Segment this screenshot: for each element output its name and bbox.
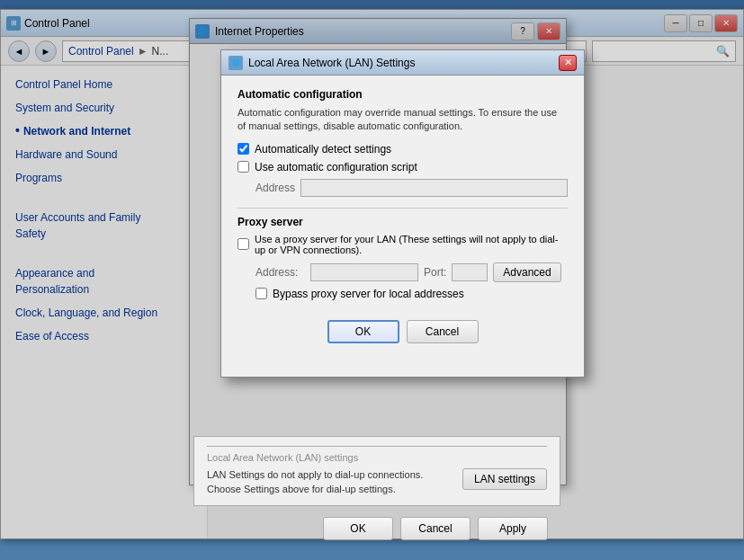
- sidebar-item-appearance[interactable]: Appearance and Personalization: [1, 245, 207, 301]
- inet-title-left: 🌐 Internet Properties: [195, 24, 304, 39]
- address-row: Address: [255, 179, 568, 197]
- lan-settings-section: Local Area Network (LAN) settings LAN se…: [193, 436, 560, 506]
- inet-icon: 🌐: [195, 24, 210, 39]
- ok-button[interactable]: OK: [327, 320, 399, 343]
- search-box: 🔍: [592, 40, 736, 62]
- inet-bottom-buttons: OK Cancel Apply: [193, 517, 560, 540]
- search-input[interactable]: [598, 46, 715, 57]
- forward-button[interactable]: ►: [35, 40, 57, 62]
- lan-title-left: 🌐 Local Area Network (LAN) Settings: [229, 56, 415, 70]
- proxy-address-input[interactable]: [310, 263, 418, 281]
- lan-group-title: Local Area Network (LAN) settings: [207, 452, 358, 463]
- breadcrumb-current: N...: [152, 45, 169, 58]
- dialog-buttons: OK Cancel: [238, 313, 568, 351]
- auto-config-desc: Automatic configuration may override man…: [238, 106, 568, 134]
- cp-sidebar: Control Panel Home System and Security •…: [1, 66, 208, 538]
- inet-help-button[interactable]: ?: [511, 22, 534, 40]
- lan-icon: 🌐: [229, 56, 243, 70]
- bypass-label: Bypass proxy server for local addresses: [273, 288, 464, 300]
- inet-ok-button[interactable]: OK: [323, 517, 393, 540]
- maximize-button[interactable]: □: [689, 14, 713, 32]
- sidebar-label: Appearance and Personalization: [15, 267, 94, 296]
- auto-config-title: Automatic configuration: [238, 88, 568, 101]
- bullet-icon: •: [15, 123, 20, 138]
- divider: [238, 208, 568, 209]
- advanced-button[interactable]: Advanced: [493, 262, 560, 282]
- inet-apply-button[interactable]: Apply: [478, 517, 548, 540]
- cp-title-left: ⊞ Control Panel: [6, 16, 90, 31]
- use-proxy-label: Use a proxy server for your LAN (These s…: [255, 234, 568, 255]
- cancel-button[interactable]: Cancel: [407, 320, 479, 343]
- use-proxy-row: Use a proxy server for your LAN (These s…: [238, 234, 568, 255]
- sidebar-item-hardware-sound[interactable]: Hardware and Sound: [1, 143, 207, 166]
- sidebar-label: System and Security: [15, 102, 114, 114]
- sidebar-label: Ease of Access: [15, 330, 89, 342]
- proxy-section: Proxy server Use a proxy server for your…: [238, 216, 568, 300]
- inet-cancel-button[interactable]: Cancel: [400, 517, 471, 540]
- lan-settings-button[interactable]: LAN settings: [462, 468, 547, 490]
- cp-icon: ⊞: [6, 16, 21, 31]
- inet-titlebar: 🌐 Internet Properties ? ✕: [190, 19, 566, 44]
- sidebar-item-system-security[interactable]: System and Security: [1, 96, 207, 120]
- bypass-checkbox[interactable]: [255, 288, 267, 299]
- sidebar-label: Hardware and Sound: [15, 148, 117, 161]
- back-button[interactable]: ◄: [8, 40, 30, 62]
- sidebar-label: Programs: [15, 172, 62, 184]
- search-icon: 🔍: [716, 45, 730, 58]
- auto-detect-checkbox[interactable]: [238, 143, 249, 155]
- sidebar-label: Clock, Language, and Region: [15, 307, 157, 319]
- close-button[interactable]: ✕: [714, 14, 738, 32]
- sidebar-label: User Accounts and Family Safety: [15, 211, 140, 240]
- auto-detect-row: Automatically detect settings: [238, 143, 568, 156]
- auto-script-label: Use automatic configuration script: [255, 161, 417, 173]
- sidebar-item-clock-language[interactable]: Clock, Language, and Region: [1, 301, 207, 324]
- lan-titlebar: 🌐 Local Area Network (LAN) Settings ✕: [221, 50, 584, 76]
- auto-detect-label: Automatically detect settings: [255, 143, 391, 156]
- sidebar-item-programs[interactable]: Programs: [1, 166, 207, 190]
- address-label: Address: [255, 182, 295, 194]
- lan-close-button[interactable]: ✕: [559, 55, 577, 71]
- sidebar-label: Network and Internet: [23, 123, 130, 139]
- inet-title-text: Internet Properties: [215, 25, 304, 38]
- minimize-button[interactable]: ─: [664, 14, 687, 32]
- auto-script-checkbox[interactable]: [238, 161, 249, 173]
- lan-dialog: 🌐 Local Area Network (LAN) Settings ✕ Au…: [220, 49, 585, 378]
- lan-content: Automatic configuration Automatic config…: [221, 76, 584, 363]
- sidebar-item-user-accounts[interactable]: User Accounts and Family Safety: [1, 190, 207, 245]
- auto-script-row: Use automatic configuration script: [238, 161, 568, 173]
- sidebar-label: Control Panel Home: [15, 78, 112, 91]
- lan-bottom-title: Local Area Network (LAN) settings: [207, 446, 547, 463]
- proxy-address-label: Address:: [255, 266, 305, 279]
- desktop: ⊞ Control Panel ─ □ ✕ ◄ ► Control Panel …: [0, 0, 744, 560]
- address-input[interactable]: [300, 179, 568, 197]
- port-input[interactable]: 80: [452, 263, 488, 281]
- sidebar-item-control-panel-home[interactable]: Control Panel Home: [1, 73, 207, 96]
- sidebar-item-network-internet[interactable]: • Network and Internet: [1, 120, 207, 143]
- proxy-address-row: Address: Port: 80 Advanced: [255, 262, 568, 282]
- lan-title-text: Local Area Network (LAN) Settings: [248, 57, 415, 69]
- cp-title-controls: ─ □ ✕: [664, 14, 738, 32]
- inet-close-button[interactable]: ✕: [537, 22, 560, 40]
- inet-controls: ? ✕: [511, 22, 560, 40]
- proxy-section-title: Proxy server: [238, 216, 568, 228]
- bypass-row: Bypass proxy server for local addresses: [255, 288, 568, 300]
- use-proxy-checkbox[interactable]: [238, 238, 249, 250]
- sidebar-item-ease-access[interactable]: Ease of Access: [1, 324, 207, 348]
- breadcrumb-control-panel[interactable]: Control Panel: [68, 45, 134, 58]
- port-label: Port:: [424, 266, 446, 279]
- cp-title-text: Control Panel: [24, 17, 90, 30]
